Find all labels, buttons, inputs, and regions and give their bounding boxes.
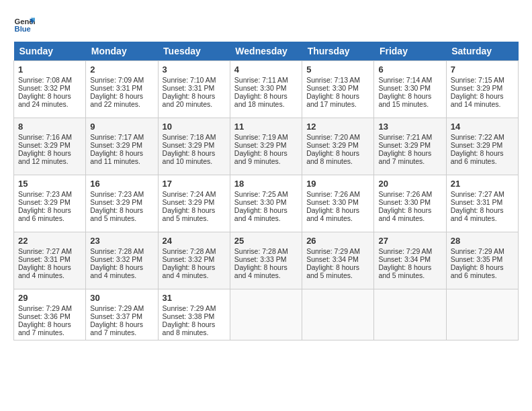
daylight-text: Daylight: 8 hours and 17 minutes. — [306, 92, 359, 108]
calendar-cell: 25 Sunrise: 7:28 AM Sunset: 3:33 PM Dayl… — [230, 232, 302, 289]
daylight-text: Daylight: 8 hours and 8 minutes. — [163, 320, 216, 336]
daylight-text: Daylight: 8 hours and 4 minutes. — [306, 206, 359, 222]
sunset-text: Sunset: 3:32 PM — [18, 84, 71, 92]
calendar-cell: 18 Sunrise: 7:25 AM Sunset: 3:30 PM Dayl… — [230, 175, 302, 232]
calendar-cell: 19 Sunrise: 7:26 AM Sunset: 3:30 PM Dayl… — [302, 175, 374, 232]
sunset-text: Sunset: 3:29 PM — [163, 198, 215, 206]
day-number: 13 — [378, 122, 441, 132]
day-number: 23 — [90, 236, 153, 246]
sunrise-text: Sunrise: 7:09 AM — [90, 76, 144, 84]
sunset-text: Sunset: 3:30 PM — [378, 198, 431, 206]
calendar-cell: 31 Sunrise: 7:29 AM Sunset: 3:38 PM Dayl… — [158, 289, 230, 340]
calendar-cell: 22 Sunrise: 7:27 AM Sunset: 3:31 PM Dayl… — [14, 232, 86, 289]
daylight-text: Daylight: 8 hours and 7 minutes. — [378, 149, 431, 165]
calendar-cell: 12 Sunrise: 7:20 AM Sunset: 3:29 PM Dayl… — [302, 118, 374, 175]
day-number: 27 — [378, 236, 441, 246]
sunrise-text: Sunrise: 7:19 AM — [234, 133, 288, 141]
calendar-cell: 1 Sunrise: 7:08 AM Sunset: 3:32 PM Dayli… — [14, 61, 86, 118]
calendar-cell: 3 Sunrise: 7:10 AM Sunset: 3:31 PM Dayli… — [158, 61, 230, 118]
sunrise-text: Sunrise: 7:29 AM — [378, 247, 432, 255]
page-header: General Blue — [13, 13, 519, 35]
day-number: 16 — [90, 179, 153, 189]
day-number: 26 — [306, 236, 369, 246]
daylight-text: Daylight: 8 hours and 5 minutes. — [90, 206, 143, 222]
sunrise-text: Sunrise: 7:23 AM — [18, 190, 72, 198]
calendar-cell: 9 Sunrise: 7:17 AM Sunset: 3:29 PM Dayli… — [86, 118, 158, 175]
sunset-text: Sunset: 3:32 PM — [163, 255, 215, 263]
header-row: SundayMondayTuesdayWednesdayThursdayFrid… — [14, 42, 519, 61]
sunrise-text: Sunrise: 7:28 AM — [163, 247, 216, 255]
col-header-sunday: Sunday — [14, 42, 86, 61]
sunset-text: Sunset: 3:38 PM — [163, 312, 215, 320]
day-number: 22 — [18, 236, 81, 246]
sunset-text: Sunset: 3:33 PM — [234, 255, 287, 263]
calendar-week-3: 15 Sunrise: 7:23 AM Sunset: 3:29 PM Dayl… — [14, 175, 519, 232]
daylight-text: Daylight: 8 hours and 12 minutes. — [18, 149, 71, 165]
day-number: 29 — [18, 293, 81, 303]
day-number: 12 — [306, 122, 369, 132]
sunrise-text: Sunrise: 7:29 AM — [163, 304, 216, 312]
sunrise-text: Sunrise: 7:22 AM — [451, 133, 504, 141]
day-number: 6 — [378, 64, 441, 75]
calendar-cell — [374, 289, 446, 340]
sunset-text: Sunset: 3:30 PM — [306, 84, 359, 92]
calendar-cell: 23 Sunrise: 7:28 AM Sunset: 3:32 PM Dayl… — [86, 232, 158, 289]
sunrise-text: Sunrise: 7:26 AM — [306, 190, 360, 198]
daylight-text: Daylight: 8 hours and 7 minutes. — [90, 320, 143, 336]
daylight-text: Daylight: 8 hours and 4 minutes. — [234, 263, 287, 279]
calendar-cell: 29 Sunrise: 7:29 AM Sunset: 3:36 PM Dayl… — [14, 289, 86, 340]
sunrise-text: Sunrise: 7:28 AM — [234, 247, 288, 255]
daylight-text: Daylight: 8 hours and 4 minutes. — [234, 206, 287, 222]
daylight-text: Daylight: 8 hours and 5 minutes. — [306, 263, 359, 279]
col-header-thursday: Thursday — [302, 42, 374, 61]
calendar-cell: 17 Sunrise: 7:24 AM Sunset: 3:29 PM Dayl… — [158, 175, 230, 232]
calendar-week-4: 22 Sunrise: 7:27 AM Sunset: 3:31 PM Dayl… — [14, 232, 519, 289]
day-number: 10 — [163, 122, 226, 132]
day-number: 8 — [18, 122, 81, 132]
sunrise-text: Sunrise: 7:24 AM — [163, 190, 216, 198]
sunrise-text: Sunrise: 7:29 AM — [18, 304, 72, 312]
sunset-text: Sunset: 3:37 PM — [90, 312, 142, 320]
calendar-week-5: 29 Sunrise: 7:29 AM Sunset: 3:36 PM Dayl… — [14, 289, 519, 340]
daylight-text: Daylight: 8 hours and 20 minutes. — [163, 92, 216, 108]
calendar-cell: 5 Sunrise: 7:13 AM Sunset: 3:30 PM Dayli… — [302, 61, 374, 118]
day-number: 24 — [163, 236, 226, 246]
day-number: 21 — [451, 179, 514, 189]
sunset-text: Sunset: 3:29 PM — [378, 141, 431, 149]
calendar-cell: 24 Sunrise: 7:28 AM Sunset: 3:32 PM Dayl… — [158, 232, 230, 289]
calendar-table: SundayMondayTuesdayWednesdayThursdayFrid… — [13, 42, 519, 340]
sunrise-text: Sunrise: 7:21 AM — [378, 133, 432, 141]
day-number: 14 — [451, 122, 514, 132]
day-number: 30 — [90, 293, 153, 303]
calendar-week-2: 8 Sunrise: 7:16 AM Sunset: 3:29 PM Dayli… — [14, 118, 519, 175]
sunrise-text: Sunrise: 7:27 AM — [451, 190, 504, 198]
col-header-friday: Friday — [374, 42, 446, 61]
sunrise-text: Sunrise: 7:20 AM — [306, 133, 360, 141]
sunrise-text: Sunrise: 7:08 AM — [18, 76, 72, 84]
daylight-text: Daylight: 8 hours and 6 minutes. — [451, 263, 504, 279]
day-number: 9 — [90, 122, 153, 132]
svg-text:Blue: Blue — [15, 25, 31, 33]
sunrise-text: Sunrise: 7:28 AM — [90, 247, 144, 255]
daylight-text: Daylight: 8 hours and 10 minutes. — [163, 149, 216, 165]
col-header-monday: Monday — [86, 42, 158, 61]
daylight-text: Daylight: 8 hours and 8 minutes. — [306, 149, 359, 165]
daylight-text: Daylight: 8 hours and 6 minutes. — [18, 206, 71, 222]
sunset-text: Sunset: 3:32 PM — [90, 255, 142, 263]
sunset-text: Sunset: 3:30 PM — [234, 198, 287, 206]
sunset-text: Sunset: 3:30 PM — [378, 84, 431, 92]
day-number: 25 — [234, 236, 298, 246]
calendar-cell: 21 Sunrise: 7:27 AM Sunset: 3:31 PM Dayl… — [446, 175, 518, 232]
logo: General Blue — [13, 13, 38, 35]
daylight-text: Daylight: 8 hours and 7 minutes. — [18, 320, 71, 336]
calendar-cell: 27 Sunrise: 7:29 AM Sunset: 3:34 PM Dayl… — [374, 232, 446, 289]
sunrise-text: Sunrise: 7:27 AM — [18, 247, 72, 255]
sunrise-text: Sunrise: 7:26 AM — [378, 190, 432, 198]
day-number: 2 — [90, 64, 153, 75]
sunset-text: Sunset: 3:30 PM — [306, 198, 359, 206]
calendar-cell — [446, 289, 518, 340]
calendar-cell: 28 Sunrise: 7:29 AM Sunset: 3:35 PM Dayl… — [446, 232, 518, 289]
daylight-text: Daylight: 8 hours and 18 minutes. — [234, 92, 287, 108]
sunrise-text: Sunrise: 7:17 AM — [90, 133, 144, 141]
col-header-tuesday: Tuesday — [158, 42, 230, 61]
